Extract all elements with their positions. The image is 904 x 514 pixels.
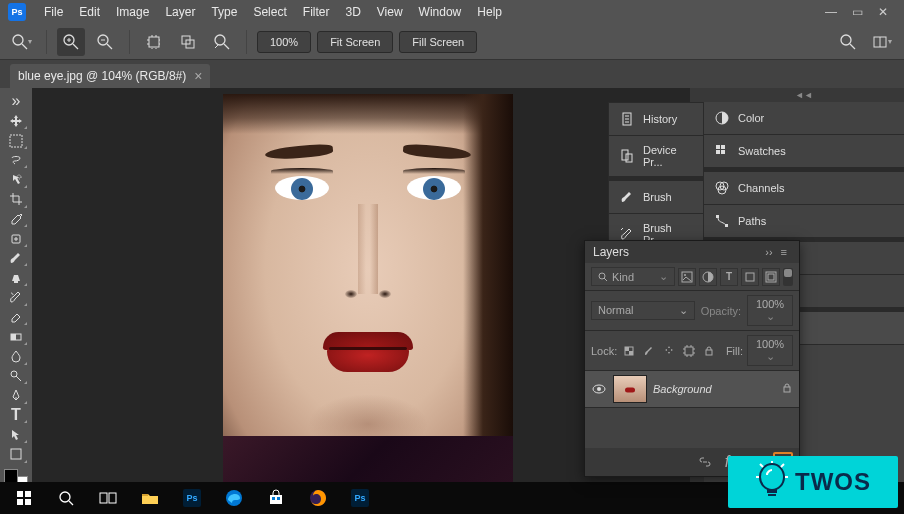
svg-line-68 <box>69 501 73 505</box>
quick-select-tool[interactable] <box>4 170 28 189</box>
panel-brush[interactable]: Brush <box>609 177 703 214</box>
fill-screen-button[interactable]: Fill Screen <box>399 31 477 53</box>
eyedropper-tool[interactable] <box>4 210 28 229</box>
layer-locked-icon[interactable] <box>781 382 793 396</box>
taskbar-edge-icon[interactable] <box>214 483 254 513</box>
fill-label: Fill: <box>726 345 743 357</box>
lock-paint-icon[interactable] <box>641 343 657 359</box>
file-explorer-icon[interactable] <box>130 483 170 513</box>
tab-close-icon[interactable]: × <box>194 68 202 84</box>
fit-screen-button[interactable]: Fit Screen <box>317 31 393 53</box>
close-window-button[interactable]: ✕ <box>870 2 896 22</box>
menu-layer[interactable]: Layer <box>157 2 203 22</box>
layer-name[interactable]: Background <box>653 383 775 395</box>
lock-position-icon[interactable] <box>661 343 677 359</box>
shape-tool[interactable] <box>4 445 28 464</box>
blur-tool[interactable] <box>4 347 28 366</box>
document-tab[interactable]: blue eye.jpg @ 104% (RGB/8#) × <box>10 64 210 88</box>
svg-rect-56 <box>706 350 712 355</box>
menu-image[interactable]: Image <box>108 2 157 22</box>
minimize-button[interactable]: — <box>818 2 844 22</box>
link-layers-icon[interactable] <box>695 452 715 472</box>
svg-rect-59 <box>784 387 790 392</box>
scrubby-zoom-icon[interactable] <box>208 28 236 56</box>
menu-3d[interactable]: 3D <box>337 2 368 22</box>
lock-all-icon[interactable] <box>701 343 717 359</box>
menu-view[interactable]: View <box>369 2 411 22</box>
layers-lock-row: Lock: Fill: 100% ⌄ <box>585 331 799 371</box>
expand-toolbox-icon[interactable]: » <box>4 92 28 111</box>
taskbar-firefox-icon[interactable] <box>298 483 338 513</box>
layers-panel-header[interactable]: Layers ›› ≡ <box>585 241 799 263</box>
task-view-icon[interactable] <box>88 483 128 513</box>
eraser-tool[interactable] <box>4 308 28 327</box>
layer-visibility-icon[interactable] <box>591 381 607 397</box>
gradient-tool[interactable] <box>4 327 28 346</box>
menu-type[interactable]: Type <box>203 2 245 22</box>
menu-help[interactable]: Help <box>469 2 510 22</box>
filter-toggle[interactable] <box>783 268 793 286</box>
menu-window[interactable]: Window <box>411 2 470 22</box>
menu-select[interactable]: Select <box>245 2 294 22</box>
start-button[interactable] <box>4 483 44 513</box>
workspace-switcher-icon[interactable]: ▾ <box>868 28 896 56</box>
panel-color[interactable]: Color <box>704 102 904 134</box>
panel-paths[interactable]: Paths <box>704 205 904 237</box>
taskbar-store-icon[interactable] <box>256 483 296 513</box>
zoom-tool-icon[interactable]: ▾ <box>8 28 36 56</box>
panel-swatches[interactable]: Swatches <box>704 135 904 167</box>
taskbar-search-icon[interactable] <box>46 483 86 513</box>
taskbar-photoshop-2-icon[interactable]: Ps <box>340 483 380 513</box>
dock-collapse-icon[interactable]: ◄◄ <box>704 88 904 102</box>
photoshop-app-icon: Ps <box>8 3 26 21</box>
type-tool[interactable]: T <box>4 406 28 425</box>
lock-pixels-icon[interactable] <box>621 343 637 359</box>
svg-rect-54 <box>629 351 633 355</box>
menu-edit[interactable]: Edit <box>71 2 108 22</box>
menu-file[interactable]: File <box>36 2 71 22</box>
resize-window-icon[interactable] <box>140 28 168 56</box>
layer-thumbnail[interactable] <box>613 375 647 403</box>
filter-kind-dropdown[interactable]: Kind⌄ <box>591 267 675 286</box>
svg-point-58 <box>597 387 601 391</box>
maximize-button[interactable]: ▭ <box>844 2 870 22</box>
history-brush-tool[interactable] <box>4 288 28 307</box>
svg-point-0 <box>13 35 23 45</box>
document-canvas[interactable] <box>223 94 513 484</box>
filter-type-icon[interactable]: T <box>720 268 738 286</box>
zoom-in-icon[interactable] <box>57 28 85 56</box>
pen-tool[interactable] <box>4 386 28 405</box>
panel-menu-icon[interactable]: ≡ <box>777 246 791 258</box>
panel-channels[interactable]: Channels <box>704 172 904 204</box>
crop-tool[interactable] <box>4 190 28 209</box>
menu-filter[interactable]: Filter <box>295 2 338 22</box>
filter-smartobj-icon[interactable] <box>762 268 780 286</box>
clone-stamp-tool[interactable] <box>4 268 28 287</box>
path-select-tool[interactable] <box>4 425 28 444</box>
search-icon[interactable] <box>834 28 862 56</box>
filter-shape-icon[interactable] <box>741 268 759 286</box>
panel-history[interactable]: History <box>609 103 703 136</box>
brush-tool[interactable] <box>4 249 28 268</box>
panel-device-preview[interactable]: Device Pr... <box>609 136 703 177</box>
zoom-all-windows-icon[interactable] <box>174 28 202 56</box>
panel-collapse-icon[interactable]: ›› <box>761 246 776 258</box>
svg-rect-9 <box>149 37 159 47</box>
lock-artboard-icon[interactable] <box>681 343 697 359</box>
opacity-input[interactable]: 100% ⌄ <box>747 295 793 326</box>
fill-input[interactable]: 100% ⌄ <box>747 335 793 366</box>
zoom-100-button[interactable]: 100% <box>257 31 311 53</box>
filter-pixel-icon[interactable] <box>678 268 696 286</box>
layer-row-background[interactable]: Background <box>585 371 799 408</box>
filter-adjustment-icon[interactable] <box>699 268 717 286</box>
svg-rect-35 <box>721 150 725 154</box>
lasso-tool[interactable] <box>4 151 28 170</box>
move-tool[interactable] <box>4 112 28 131</box>
blend-mode-dropdown[interactable]: Normal⌄ <box>591 301 695 320</box>
healing-brush-tool[interactable] <box>4 229 28 248</box>
marquee-tool[interactable] <box>4 131 28 150</box>
svg-rect-73 <box>272 497 275 500</box>
dodge-tool[interactable] <box>4 367 28 386</box>
zoom-out-icon[interactable] <box>91 28 119 56</box>
taskbar-photoshop-icon[interactable]: Ps <box>172 483 212 513</box>
